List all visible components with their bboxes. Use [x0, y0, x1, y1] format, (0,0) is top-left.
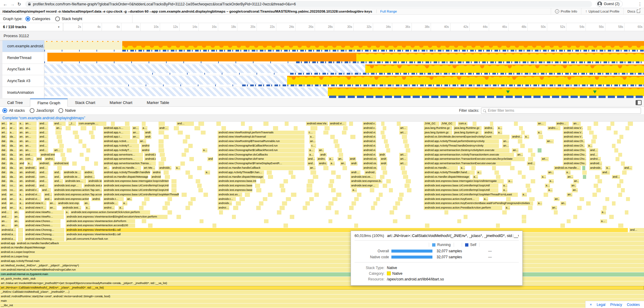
flame-box[interactable]	[307, 184, 312, 188]
flame-box[interactable]	[268, 175, 273, 179]
flame-box[interactable]	[256, 188, 261, 192]
flame-box[interactable]: androidx.test.espresso.ViewInteraction$S…	[66, 215, 168, 219]
flame-box[interactable]	[334, 139, 338, 144]
flame-box[interactable]	[309, 197, 314, 201]
flame-box[interactable]: an…	[546, 139, 554, 144]
flame-box[interactable]: android.view.ViewRootImpl.doTraversal	[218, 135, 304, 139]
flame-box[interactable]	[280, 184, 284, 188]
flame-box[interactable]	[79, 139, 82, 144]
flame-box[interactable]: android.app.A…	[103, 131, 130, 135]
flame-box[interactable]: _JNIEnv::CallStaticVoidMethod(_jclass*, …	[0, 290, 644, 294]
flame-box[interactable]: androi…	[484, 126, 494, 130]
flame-box[interactable]: an…	[502, 139, 509, 144]
flame-box[interactable]: android.vi…	[363, 148, 376, 153]
flame-box[interactable]: an…	[84, 201, 89, 206]
flame-box[interactable]: android.v…	[363, 122, 376, 126]
flame-box[interactable]	[290, 215, 294, 219]
upload-profile-button[interactable]: ↑Upload Local Profile	[581, 8, 623, 14]
flame-box[interactable]: and…	[25, 153, 37, 157]
flame-box[interactable]	[59, 144, 64, 148]
flame-box[interactable]: androi…	[103, 206, 115, 210]
flame-box[interactable]: an…	[19, 144, 24, 148]
profile-info-button[interactable]: iProfile Info	[551, 8, 581, 14]
flame-box[interactable]: an…	[13, 224, 19, 228]
flame-box[interactable]: a…	[27, 161, 33, 166]
flame-box[interactable]	[617, 184, 621, 188]
tab-marker-chart[interactable]: Marker Chart	[102, 99, 140, 106]
flame-box[interactable]: ar…	[9, 126, 17, 130]
flame-box[interactable]	[66, 126, 71, 130]
flame-box[interactable]: android.app.I…	[103, 135, 130, 139]
flame-box[interactable]	[621, 161, 625, 166]
flame-box[interactable]	[395, 201, 400, 206]
url-bar[interactable]: profiler.firefox.com/from-file/flame-gra…	[25, 1, 592, 7]
flame-box[interactable]: an…	[25, 135, 37, 139]
flame-box[interactable]: an…	[9, 193, 17, 197]
flame-box[interactable]: andr…	[350, 161, 358, 166]
flame-box[interactable]	[527, 188, 531, 192]
flame-box[interactable]: an…	[567, 193, 572, 197]
flame-box[interactable]	[403, 175, 408, 179]
flame-box[interactable]	[526, 184, 530, 188]
flame-box[interactable]: a…	[537, 201, 542, 206]
flame-box[interactable]	[529, 166, 534, 170]
flame-box[interactable]: androi…	[141, 148, 150, 153]
flame-box[interactable]	[614, 148, 618, 153]
flame-box[interactable]	[221, 126, 226, 130]
docs-link[interactable]: Docs	[623, 8, 644, 14]
flame-box[interactable]: and…	[39, 179, 48, 183]
flame-box[interactable]: an…	[19, 170, 24, 175]
flame-box[interactable]	[159, 122, 165, 126]
flame-box[interactable]	[283, 224, 288, 228]
tracks-dropdown[interactable]: 6 / 110 tracks ▼	[0, 23, 63, 31]
flame-box[interactable]: android.app.ActivityThread.main	[0, 259, 644, 263]
flame-box[interactable]	[328, 219, 332, 224]
flame-box[interactable]: an…	[19, 175, 24, 179]
flame-box[interactable]: java.lang.System.gc	[453, 131, 482, 135]
flame-box[interactable]: android.os.StrictMode.decrementExpectedA…	[424, 135, 509, 139]
flame-box[interactable]	[263, 197, 267, 201]
flame-box[interactable]: android.view.Cho…	[563, 161, 586, 166]
flame-box[interactable]	[618, 193, 622, 197]
flame-box[interactable]	[305, 201, 310, 206]
flame-box[interactable]	[406, 148, 410, 153]
track-graph[interactable]	[44, 52, 644, 64]
legal-link[interactable]: Legal	[597, 303, 605, 307]
flame-box[interactable]	[349, 122, 353, 126]
flame-box[interactable]: android.app.servertransaction.Transactio…	[424, 157, 525, 161]
flame-box[interactable]: an…	[19, 139, 24, 144]
flame-box[interactable]	[407, 188, 411, 192]
flame-box[interactable]	[403, 139, 408, 144]
flame-box[interactable]: android.view.ViewRootImpl.performTravers…	[218, 131, 304, 135]
flame-box[interactable]: art…	[399, 157, 408, 161]
flame-box[interactable]: art::JValue art::InvokeWithVarArgs<_jmet…	[0, 281, 644, 286]
flame-box[interactable]	[370, 188, 374, 192]
flame-box[interactable]: an…	[25, 144, 37, 148]
flame-box[interactable]	[539, 135, 543, 139]
flame-box[interactable]: art…	[399, 153, 408, 157]
flame-box[interactable]	[188, 175, 193, 179]
flame-box[interactable]: dal…	[1, 157, 7, 161]
flame-box[interactable]	[531, 179, 535, 183]
flame-box[interactable]: a…	[549, 179, 554, 183]
flame-box[interactable]: androidx.test.espresso.base.Interrogator…	[424, 179, 503, 183]
flame-box[interactable]: and…	[53, 122, 66, 126]
flame-box[interactable]: androi…	[84, 170, 94, 175]
flame-box[interactable]	[609, 215, 614, 219]
flame-box[interactable]	[165, 201, 170, 206]
flame-box[interactable]: an…	[19, 188, 24, 192]
flame-box[interactable]: androidx.test.espresso.base.Interrogator…	[103, 179, 169, 183]
flame-box[interactable]: an…	[19, 135, 24, 139]
flame-box[interactable]	[398, 197, 402, 201]
flame-box[interactable]: da…	[9, 166, 17, 170]
flame-box[interactable]: and…	[1, 193, 7, 197]
flame-box[interactable]: art::Me…	[143, 166, 155, 170]
flame-box[interactable]: android.test…	[40, 153, 55, 157]
flame-box[interactable]	[58, 139, 62, 144]
flame-box[interactable]: a…	[505, 206, 510, 210]
flame-box[interactable]: android.…	[25, 166, 37, 170]
flame-box[interactable]: an…	[537, 122, 546, 126]
flame-box[interactable]: dal…	[1, 170, 7, 175]
flame-box[interactable]: a…	[19, 201, 24, 206]
flame-box[interactable]: and…	[1, 206, 7, 210]
